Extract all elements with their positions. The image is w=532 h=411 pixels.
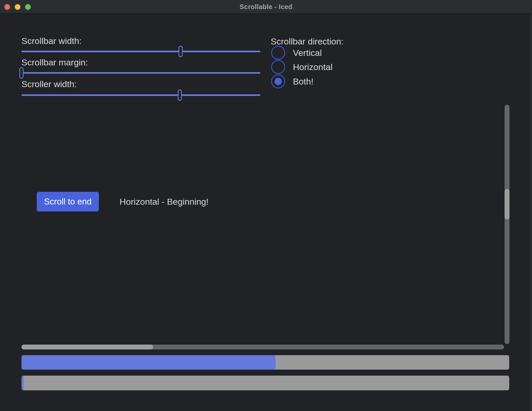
radio-circle-icon [271, 60, 285, 74]
scroll-to-end-button[interactable]: Scroll to end [37, 192, 99, 211]
radio-option-label: Vertical [293, 48, 322, 58]
slider-rail [21, 72, 260, 74]
horizontal-scrollbar[interactable] [21, 345, 504, 349]
scroller-width-label: Scroller width: [21, 79, 77, 89]
traffic-lights [0, 0, 31, 14]
vertical-scrollbar[interactable] [505, 105, 509, 344]
radio-circle-icon [271, 46, 285, 60]
vertical-scrollbar-thumb[interactable] [505, 189, 509, 219]
close-window-button[interactable] [4, 4, 10, 10]
scrollbar-direction-label: Scrollbar direction: [271, 36, 344, 47]
app-window: { "window": { "title": "Scrollable - Ice… [0, 0, 532, 411]
scroller-width-slider[interactable] [21, 89, 260, 101]
vertical-progress-bar [21, 376, 509, 390]
radio-option-label: Both! [293, 77, 313, 87]
slider-handle[interactable] [179, 46, 183, 57]
radio-option-label: Horizontal [293, 62, 333, 72]
zoom-window-button[interactable] [25, 4, 31, 10]
scroll-status-text: Horizontal - Beginning! [120, 192, 209, 211]
slider-rail [21, 94, 260, 96]
radio-option-both[interactable]: Both! [271, 74, 313, 88]
slider-handle[interactable] [178, 89, 182, 101]
progress-fill [21, 355, 276, 370]
titlebar: Scrollable - Iced [0, 0, 532, 14]
horizontal-scrollbar-thumb[interactable] [21, 345, 153, 349]
slider-rail [21, 51, 260, 52]
minimize-window-button[interactable] [15, 4, 20, 10]
scrollbar-width-slider[interactable] [21, 45, 260, 57]
horizontal-progress-bar [21, 355, 509, 370]
slider-handle[interactable] [19, 67, 24, 79]
radio-circle-icon [271, 74, 285, 88]
window-edge [530, 14, 531, 411]
radio-option-vertical[interactable]: Vertical [271, 46, 322, 60]
progress-fill [21, 376, 24, 390]
scrollbar-margin-label: Scrollbar margin: [21, 57, 88, 67]
scrollbar-width-label: Scrollbar width: [21, 36, 82, 46]
window-title: Scrollable - Iced [240, 3, 293, 11]
radio-option-horizontal[interactable]: Horizontal [271, 60, 333, 74]
scrollbar-margin-slider[interactable] [21, 67, 260, 79]
